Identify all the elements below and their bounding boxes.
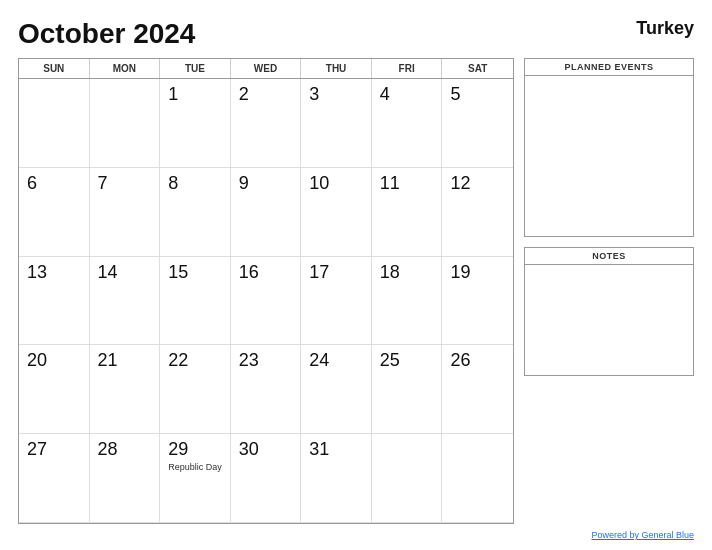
planned-events-box: PLANNED EVENTS xyxy=(524,58,694,237)
calendar-section: SUN MON TUE WED THU FRI SAT 123456789101… xyxy=(18,58,514,524)
planned-events-content xyxy=(525,76,693,236)
cell-day-number: 17 xyxy=(309,263,365,283)
cell-day-number: 8 xyxy=(168,174,224,194)
day-header-sat: SAT xyxy=(442,59,513,78)
calendar-cell: 19 xyxy=(442,257,513,346)
cell-day-number: 27 xyxy=(27,440,83,460)
cell-day-number: 21 xyxy=(98,351,154,371)
cell-day-number: 28 xyxy=(98,440,154,460)
cell-day-number: 31 xyxy=(309,440,365,460)
cell-day-number: 29 xyxy=(168,440,224,460)
country-title: Turkey xyxy=(636,18,694,39)
calendar-cell: 9 xyxy=(231,168,302,257)
cell-day-number: 2 xyxy=(239,85,295,105)
cell-day-number: 5 xyxy=(450,85,507,105)
calendar-cell: 12 xyxy=(442,168,513,257)
calendar-cell: 13 xyxy=(19,257,90,346)
cell-day-number: 10 xyxy=(309,174,365,194)
calendar-cell: 10 xyxy=(301,168,372,257)
calendar-cell: 5 xyxy=(442,79,513,168)
main-area: SUN MON TUE WED THU FRI SAT 123456789101… xyxy=(18,58,694,524)
calendar-cell: 18 xyxy=(372,257,443,346)
day-header-sun: SUN xyxy=(19,59,90,78)
cell-day-number: 26 xyxy=(450,351,507,371)
calendar-cell: 30 xyxy=(231,434,302,523)
powered-by-link[interactable]: Powered by General Blue xyxy=(591,530,694,540)
calendar-cell: 31 xyxy=(301,434,372,523)
cell-day-number: 22 xyxy=(168,351,224,371)
calendar-cell: 22 xyxy=(160,345,231,434)
calendar-cell: 15 xyxy=(160,257,231,346)
cell-day-number: 15 xyxy=(168,263,224,283)
header: October 2024 Turkey xyxy=(18,18,694,50)
day-header-thu: THU xyxy=(301,59,372,78)
notes-title: NOTES xyxy=(525,248,693,265)
calendar-cell: 2 xyxy=(231,79,302,168)
cell-event-label: Republic Day xyxy=(168,462,224,473)
cell-day-number: 18 xyxy=(380,263,436,283)
cell-day-number: 6 xyxy=(27,174,83,194)
day-header-fri: FRI xyxy=(372,59,443,78)
cell-day-number: 30 xyxy=(239,440,295,460)
cell-day-number: 3 xyxy=(309,85,365,105)
cell-day-number: 7 xyxy=(98,174,154,194)
calendar-cell: 6 xyxy=(19,168,90,257)
calendar-cell: 29Republic Day xyxy=(160,434,231,523)
day-headers: SUN MON TUE WED THU FRI SAT xyxy=(19,59,513,79)
cell-day-number: 14 xyxy=(98,263,154,283)
cell-day-number: 23 xyxy=(239,351,295,371)
calendar-cell: 14 xyxy=(90,257,161,346)
calendar-cell xyxy=(372,434,443,523)
month-title: October 2024 xyxy=(18,18,195,50)
calendar-cell: 16 xyxy=(231,257,302,346)
notes-box: NOTES xyxy=(524,247,694,376)
calendar-cell: 21 xyxy=(90,345,161,434)
calendar-cell: 4 xyxy=(372,79,443,168)
sidebar: PLANNED EVENTS NOTES xyxy=(524,58,694,524)
cell-day-number: 19 xyxy=(450,263,507,283)
calendar-cell: 7 xyxy=(90,168,161,257)
day-header-mon: MON xyxy=(90,59,161,78)
day-header-tue: TUE xyxy=(160,59,231,78)
cell-day-number: 9 xyxy=(239,174,295,194)
day-header-wed: WED xyxy=(231,59,302,78)
calendar-page: October 2024 Turkey SUN MON TUE WED THU … xyxy=(0,0,712,550)
calendar-cell: 8 xyxy=(160,168,231,257)
cell-day-number: 4 xyxy=(380,85,436,105)
planned-events-title: PLANNED EVENTS xyxy=(525,59,693,76)
cell-day-number: 13 xyxy=(27,263,83,283)
calendar-cell: 3 xyxy=(301,79,372,168)
cell-day-number: 11 xyxy=(380,174,436,194)
calendar-cell: 28 xyxy=(90,434,161,523)
notes-content xyxy=(525,265,693,375)
calendar-cell: 27 xyxy=(19,434,90,523)
cell-day-number: 1 xyxy=(168,85,224,105)
calendar-cell: 1 xyxy=(160,79,231,168)
cell-day-number: 24 xyxy=(309,351,365,371)
calendar-cell: 20 xyxy=(19,345,90,434)
calendar-cell xyxy=(90,79,161,168)
cell-day-number: 20 xyxy=(27,351,83,371)
cell-day-number: 16 xyxy=(239,263,295,283)
calendar-cell: 17 xyxy=(301,257,372,346)
calendar-cell: 23 xyxy=(231,345,302,434)
calendar-grid: 1234567891011121314151617181920212223242… xyxy=(19,79,513,523)
footer: Powered by General Blue xyxy=(18,530,694,540)
calendar-cell: 11 xyxy=(372,168,443,257)
cell-day-number: 25 xyxy=(380,351,436,371)
calendar-cell xyxy=(19,79,90,168)
calendar-cell: 24 xyxy=(301,345,372,434)
calendar-cell: 25 xyxy=(372,345,443,434)
calendar-cell: 26 xyxy=(442,345,513,434)
calendar-cell xyxy=(442,434,513,523)
cell-day-number: 12 xyxy=(450,174,507,194)
